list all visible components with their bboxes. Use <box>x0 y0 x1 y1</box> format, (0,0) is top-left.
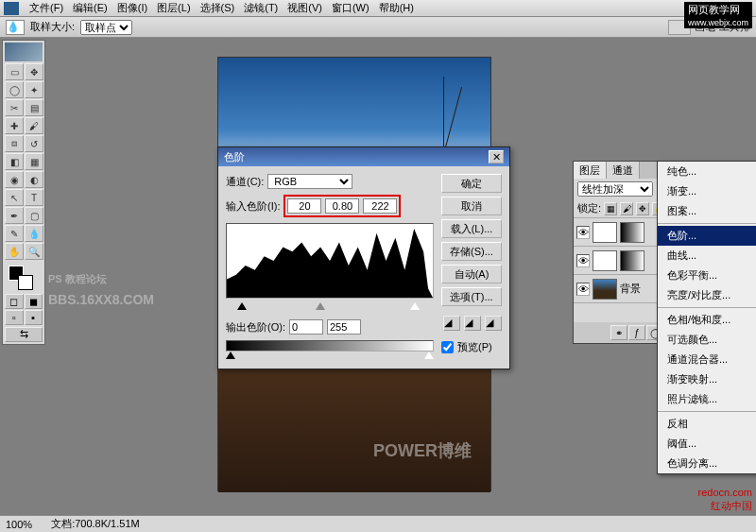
screen-mode-2-icon[interactable]: ▪ <box>25 310 43 325</box>
output-black-handle[interactable] <box>226 352 235 359</box>
menu-channel-mixer[interactable]: 通道混合器... <box>658 350 756 369</box>
menu-file[interactable]: 文件(F) <box>25 1 68 15</box>
history-brush-icon[interactable]: ↺ <box>25 135 43 152</box>
black-point-handle[interactable] <box>237 302 247 310</box>
quickmask-mode-icon[interactable]: ◼ <box>25 294 43 309</box>
menu-hue-saturation[interactable]: 色相/饱和度... <box>658 310 756 330</box>
watermark-forum: PS 教程论坛BBS.16XX8.COM <box>48 266 154 309</box>
tab-layers[interactable]: 图层 <box>574 162 607 179</box>
options-button[interactable]: 选项(T)... <box>441 287 502 306</box>
layer-mask-thumb[interactable] <box>620 250 644 271</box>
pen-tool-icon[interactable]: ✒ <box>5 207 24 224</box>
ok-button[interactable]: 确定 <box>441 174 502 193</box>
source-badge: redocn.com红动中国 <box>698 486 752 513</box>
input-black-field[interactable] <box>287 198 321 214</box>
heal-tool-icon[interactable]: ✚ <box>5 117 24 134</box>
slice-tool-icon[interactable]: ▤ <box>25 99 43 116</box>
visibility-icon[interactable]: 👁 <box>576 226 590 239</box>
output-black-field[interactable] <box>289 319 323 335</box>
path-tool-icon[interactable]: ↖ <box>5 189 24 206</box>
preview-checkbox[interactable] <box>441 341 454 353</box>
menu-solid-color[interactable]: 纯色... <box>658 162 756 181</box>
notes-tool-icon[interactable]: ✎ <box>5 225 24 242</box>
crop-tool-icon[interactable]: ✂ <box>5 99 24 116</box>
auto-button[interactable]: 自动(A) <box>441 265 502 283</box>
cancel-button[interactable]: 取消 <box>441 197 502 215</box>
menu-invert[interactable]: 反相 <box>658 414 756 434</box>
white-eyedropper-icon[interactable]: ◢ <box>485 316 502 331</box>
stamp-tool-icon[interactable]: ⧈ <box>5 135 24 152</box>
eyedropper-icon[interactable]: 💧 <box>6 20 25 35</box>
gradient-tool-icon[interactable]: ▦ <box>25 153 43 170</box>
menu-brightness-contrast[interactable]: 亮度/对比度... <box>658 285 756 305</box>
layer-mask-thumb[interactable] <box>620 222 644 243</box>
preview-label: 预览(P) <box>457 340 492 354</box>
menu-photo-filter[interactable]: 照片滤镜... <box>658 389 756 409</box>
menu-levels[interactable]: 色阶... <box>658 226 756 246</box>
blur-tool-icon[interactable]: ◉ <box>5 171 24 188</box>
menu-select[interactable]: 选择(S) <box>196 1 240 15</box>
lock-pixels-icon[interactable]: 🖌 <box>620 202 633 215</box>
background-color[interactable] <box>18 275 33 290</box>
jump-to-icon[interactable]: ⇆ <box>5 327 43 342</box>
channel-select[interactable]: RGB <box>267 174 352 189</box>
gray-eyedropper-icon[interactable]: ◢ <box>464 316 481 331</box>
eraser-tool-icon[interactable]: ◧ <box>5 153 24 170</box>
menu-layer[interactable]: 图层(L) <box>152 1 195 15</box>
shape-tool-icon[interactable]: ▢ <box>25 207 43 224</box>
visibility-icon[interactable]: 👁 <box>576 283 590 296</box>
output-slider[interactable] <box>226 352 434 361</box>
lasso-tool-icon[interactable]: ◯ <box>5 81 24 98</box>
menu-threshold[interactable]: 阈值... <box>658 434 756 454</box>
menu-posterize[interactable]: 色调分离... <box>658 454 756 473</box>
zoom-tool-icon[interactable]: 🔍 <box>25 243 43 260</box>
layer-style-icon[interactable]: ƒ <box>628 325 645 340</box>
close-icon[interactable]: ✕ <box>489 150 504 163</box>
menu-curves[interactable]: 曲线... <box>658 246 756 266</box>
wand-tool-icon[interactable]: ✦ <box>25 81 43 98</box>
output-white-field[interactable] <box>327 319 361 335</box>
lock-transparency-icon[interactable]: ▦ <box>604 202 617 215</box>
menu-gradient[interactable]: 渐变... <box>658 181 756 201</box>
screen-mode-1-icon[interactable]: ▫ <box>5 310 24 325</box>
menu-view[interactable]: 视图(V) <box>283 1 327 15</box>
save-button[interactable]: 存储(S)... <box>441 242 502 261</box>
output-gradient[interactable] <box>226 340 434 352</box>
menu-edit[interactable]: 编辑(E) <box>68 1 112 15</box>
brush-tool-icon[interactable]: 🖌 <box>25 117 43 134</box>
visibility-icon[interactable]: 👁 <box>576 254 590 267</box>
move-tool-icon[interactable]: ✥ <box>25 63 43 80</box>
menu-filter[interactable]: 滤镜(T) <box>239 1 283 15</box>
menu-pattern[interactable]: 图案... <box>658 201 756 221</box>
menu-gradient-map[interactable]: 渐变映射... <box>658 369 756 389</box>
input-gamma-field[interactable] <box>325 198 359 214</box>
dialog-titlebar[interactable]: 色阶 ✕ <box>218 147 509 166</box>
sample-size-select[interactable]: 取样点 <box>80 20 132 35</box>
dodge-tool-icon[interactable]: ◐ <box>25 171 43 188</box>
menu-color-balance[interactable]: 色彩平衡... <box>658 266 756 285</box>
menu-help[interactable]: 帮助(H) <box>374 1 419 15</box>
marquee-tool-icon[interactable]: ▭ <box>5 63 24 80</box>
blend-mode-select[interactable]: 线性加深 <box>577 181 653 197</box>
input-levels-group <box>284 195 401 217</box>
menu-selective-color[interactable]: 可选颜色... <box>658 330 756 350</box>
lock-position-icon[interactable]: ✥ <box>636 202 649 215</box>
zoom-level[interactable]: 100% <box>6 519 32 530</box>
input-slider[interactable] <box>226 302 434 312</box>
type-tool-icon[interactable]: T <box>25 189 43 206</box>
output-white-handle[interactable] <box>424 352 434 359</box>
black-eyedropper-icon[interactable]: ◢ <box>443 316 460 331</box>
color-swatches[interactable] <box>5 264 43 292</box>
standard-mode-icon[interactable]: ◻ <box>5 294 24 309</box>
gamma-handle[interactable] <box>316 302 325 310</box>
input-white-field[interactable] <box>363 198 397 214</box>
hand-tool-icon[interactable]: ✋ <box>5 243 24 260</box>
menu-window[interactable]: 窗口(W) <box>327 1 374 15</box>
load-button[interactable]: 载入(L)... <box>441 219 502 238</box>
link-layers-icon[interactable]: ⚭ <box>610 325 627 340</box>
tab-channels[interactable]: 通道 <box>607 162 640 179</box>
eyedropper-tool-icon[interactable]: 💧 <box>25 225 43 242</box>
document-size: 文档:700.8K/1.51M <box>51 517 140 531</box>
white-point-handle[interactable] <box>410 302 420 310</box>
menu-image[interactable]: 图像(I) <box>112 1 152 15</box>
